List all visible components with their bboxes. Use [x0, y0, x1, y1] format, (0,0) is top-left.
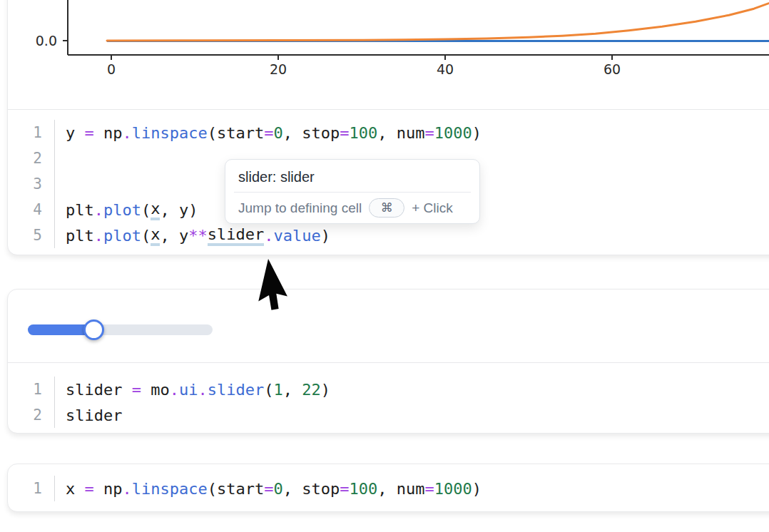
tooltip-title: slider: slider [225, 160, 479, 192]
tooltip-action-label: Jump to defining cell [238, 200, 362, 216]
output-code-divider [8, 109, 769, 110]
slider-track[interactable] [28, 324, 213, 335]
svg-text:60: 60 [604, 61, 621, 77]
code-line[interactable]: 5plt.plot(x, y**slider.value) [8, 222, 769, 248]
line-number: 4 [8, 201, 54, 218]
line-number: 1 [8, 124, 54, 141]
code-line[interactable]: 2slider [8, 402, 769, 428]
mouse-cursor [250, 255, 317, 323]
variable-tooltip: slider: slider Jump to defining cell ⌘ +… [225, 159, 480, 224]
output-code-divider [8, 362, 769, 363]
reactive-variable-reference: slider [208, 225, 264, 246]
code-line[interactable]: 1slider = mo.ui.slider(1, 22) [8, 377, 769, 402]
svg-text:0.0: 0.0 [36, 33, 57, 48]
line-number: 1 [8, 381, 54, 398]
svg-text:40: 40 [437, 61, 454, 77]
matplotlib-chart-output: 0.00204060 [7, 0, 769, 86]
cmd-key-icon: ⌘ [369, 198, 404, 218]
notebook-cell-slider: 1slider = mo.ui.slider(1, 22)2slider [7, 289, 769, 434]
slider-handle[interactable] [83, 319, 104, 340]
line-number: 1 [8, 480, 54, 497]
notebook-page: 1y = np.linspace(start=0, stop=100, num=… [0, 0, 769, 532]
reactive-variable-reference: x [151, 225, 160, 246]
line-number: 2 [8, 150, 54, 167]
line-number: 2 [8, 406, 54, 424]
code-line[interactable]: 1y = np.linspace(start=0, stop=100, num=… [8, 120, 769, 145]
code-editor[interactable]: 1slider = mo.ui.slider(1, 22)2slider [8, 377, 769, 428]
line-number: 5 [8, 227, 54, 244]
code-line[interactable]: 1x = np.linspace(start=0, stop=100, num=… [8, 476, 769, 501]
svg-text:20: 20 [270, 61, 287, 77]
line-number: 3 [8, 175, 54, 193]
svg-text:0: 0 [107, 61, 116, 77]
slider-widget[interactable] [28, 316, 242, 344]
tooltip-click-label: + Click [412, 200, 453, 216]
code-editor[interactable]: 1x = np.linspace(start=0, stop=100, num=… [8, 476, 769, 501]
notebook-cell-x: 1x = np.linspace(start=0, stop=100, num=… [7, 464, 769, 512]
reactive-variable-reference: x [151, 200, 160, 220]
